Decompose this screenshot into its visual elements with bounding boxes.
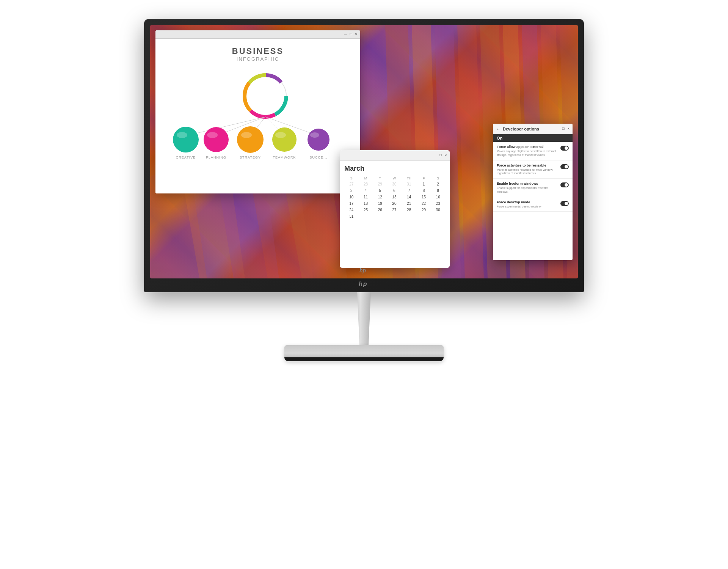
calendar-day[interactable]: 21	[402, 200, 417, 207]
svg-point-35	[177, 132, 187, 138]
dev-toggle-2[interactable]	[560, 182, 569, 187]
calendar-row: 31	[344, 213, 445, 220]
calendar-day[interactable]: 24	[344, 207, 359, 213]
calendar-day[interactable]: 23	[431, 200, 445, 207]
dev-toggle-knob-0	[565, 146, 568, 150]
hp-bezel-logo-svg: hp	[358, 280, 370, 288]
calendar-day[interactable]: 18	[359, 200, 373, 207]
calendar-window: ☐ ✕ March S M T W TH F	[340, 150, 450, 268]
calendar-day[interactable]: 5	[373, 187, 387, 194]
calendar-day[interactable]: 28	[402, 207, 417, 213]
infographic-title-line2: INFOGRAPHIC	[163, 56, 353, 62]
calendar-day[interactable]: 4	[359, 187, 373, 194]
dev-toggle-1[interactable]	[560, 164, 569, 169]
dev-option-item: Force activities to be resizable Make al…	[493, 160, 573, 179]
monitor-stand-base	[284, 345, 444, 361]
calendar-day[interactable]: 6	[387, 187, 402, 194]
calendar-day[interactable]: 17	[344, 200, 359, 207]
dev-toggle-3[interactable]	[560, 201, 569, 206]
calendar-day[interactable]: 12	[373, 194, 387, 200]
svg-text:CREATIVE: CREATIVE	[176, 156, 196, 159]
dev-option-title-0: Force allow apps on external	[497, 145, 558, 149]
calendar-day	[402, 213, 417, 220]
dev-options-list: Force allow apps on external Makes any a…	[493, 142, 573, 212]
hp-logo-icon: hp	[359, 266, 369, 274]
cal-header-f: F	[417, 176, 431, 181]
infographic-close-btn[interactable]: ✕	[354, 33, 358, 36]
svg-point-30	[173, 127, 199, 152]
developer-options-window: ← Developer options ☐ ✕ On Force allow a…	[493, 124, 573, 260]
calendar-day	[387, 213, 402, 220]
dev-option-title-3: Force desktop mode	[497, 200, 558, 204]
calendar-close-btn[interactable]: ✕	[444, 154, 447, 157]
infographic-diagram: CREATIVE PLANNING STRATEGY TEAMWORK SUCC…	[163, 66, 353, 164]
calendar-day[interactable]: 27	[387, 207, 402, 213]
dev-option-desc-2: Enable support for experimental freeform…	[497, 186, 558, 194]
dev-maximize-btn[interactable]: ☐	[561, 127, 565, 131]
monitor-screen: — ☐ ✕ BUSINESS INFOGRAPHIC	[150, 25, 578, 278]
dev-option-title-2: Enable freeform windows	[497, 182, 558, 185]
dev-option-text-3: Force desktop mode Force experimental de…	[497, 200, 558, 209]
calendar-day[interactable]: 10	[344, 194, 359, 200]
calendar-day[interactable]: 29	[417, 207, 431, 213]
calendar-day[interactable]: 7	[402, 187, 417, 194]
dev-toggle-knob-1	[565, 165, 568, 168]
calendar-day[interactable]: 1	[417, 181, 431, 187]
calendar-titlebar: ☐ ✕	[340, 150, 450, 161]
calendar-row: 3456789	[344, 187, 445, 194]
calendar-day[interactable]: 26	[373, 207, 387, 213]
cal-header-s2: S	[431, 176, 445, 181]
svg-point-31	[204, 127, 229, 152]
svg-point-32	[237, 126, 264, 153]
dev-option-text-0: Force allow apps on external Makes any a…	[497, 145, 558, 157]
calendar-day[interactable]: 27	[344, 181, 359, 187]
calendar-day[interactable]: 30	[387, 181, 402, 187]
dev-titlebar-left: ← Developer options	[496, 126, 539, 132]
calendar-day[interactable]: 30	[431, 207, 445, 213]
calendar-day[interactable]: 9	[431, 187, 445, 194]
calendar-day[interactable]: 8	[417, 187, 431, 194]
dev-option-text-1: Force activities to be resizable Make al…	[497, 163, 558, 176]
cal-dots-svg: dots placeholder	[344, 222, 431, 237]
calendar-month: March	[344, 165, 445, 173]
calendar-day[interactable]: 15	[417, 194, 431, 200]
calendar-day[interactable]: 14	[402, 194, 417, 200]
calendar-day[interactable]: 13	[387, 194, 402, 200]
calendar-row: 17181920212223	[344, 200, 445, 207]
cal-header-w: W	[387, 176, 402, 181]
calendar-day[interactable]: 25	[359, 207, 373, 213]
calendar-row: 24252627282930	[344, 207, 445, 213]
calendar-day[interactable]: 31	[344, 213, 359, 220]
monitor: — ☐ ✕ BUSINESS INFOGRAPHIC	[136, 19, 592, 550]
calendar-day[interactable]: 19	[373, 200, 387, 207]
calendar-body: March S M T W TH F S	[340, 161, 450, 241]
dev-body: On Force allow apps on external Makes an…	[493, 134, 573, 212]
calendar-day[interactable]: 2	[431, 181, 445, 187]
svg-text:TEAMWORK: TEAMWORK	[273, 156, 296, 159]
calendar-day[interactable]: 29	[373, 181, 387, 187]
svg-point-38	[275, 132, 286, 138]
calendar-row: 272829303112	[344, 181, 445, 187]
calendar-day[interactable]: 3	[344, 187, 359, 194]
calendar-day[interactable]: 20	[387, 200, 402, 207]
bezel-hp-logo: hp	[358, 280, 370, 289]
calendar-day[interactable]: 22	[417, 200, 431, 207]
dev-close-btn[interactable]: ✕	[566, 127, 570, 131]
dev-option-desc-3: Force experimental destop mode on	[497, 205, 558, 209]
calendar-row: 10111213141516	[344, 194, 445, 200]
dev-back-btn[interactable]: ←	[496, 126, 500, 132]
infographic-minimize-btn[interactable]: —	[344, 33, 347, 36]
calendar-day[interactable]: 28	[359, 181, 373, 187]
cal-header-m: M	[359, 176, 373, 181]
svg-point-36	[207, 132, 218, 138]
calendar-day[interactable]: 31	[402, 181, 417, 187]
infographic-maximize-btn[interactable]: ☐	[349, 33, 353, 36]
dev-toggle-0[interactable]	[560, 146, 569, 151]
calendar-day[interactable]: 16	[431, 194, 445, 200]
dev-option-item: Enable freeform windows Enable support f…	[493, 179, 573, 197]
dev-status-bar: On	[493, 134, 573, 142]
calendar-day[interactable]: 11	[359, 194, 373, 200]
calendar-maximize-btn[interactable]: ☐	[438, 154, 442, 157]
calendar-day	[431, 213, 445, 220]
calendar-day	[359, 213, 373, 220]
